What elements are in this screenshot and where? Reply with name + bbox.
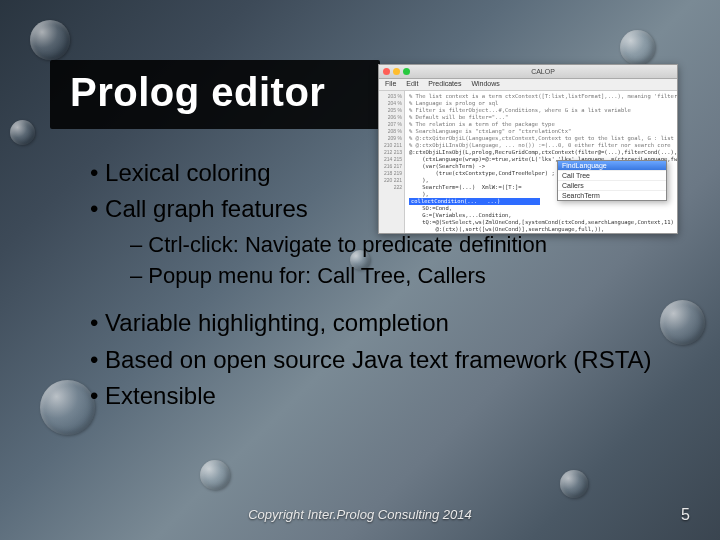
copyright-footer: Copyright Inter.Prolog Consulting 2014 bbox=[0, 507, 720, 522]
window-title: CALOP bbox=[413, 68, 673, 75]
bullet: Based on open source Java text framework… bbox=[90, 344, 660, 376]
popup-header: FindLanguage bbox=[558, 161, 666, 170]
menu-windows: Windows bbox=[471, 80, 499, 89]
editor-screenshot: CALOP File Edit Predicates Windows 203 %… bbox=[378, 64, 678, 234]
popup-item: SearchTerm bbox=[558, 190, 666, 200]
sub-bullet: Ctrl-click: Navigate to predicate defini… bbox=[130, 230, 660, 260]
context-popup: FindLanguage Call Tree Callers SearchTer… bbox=[557, 160, 667, 201]
line-gutter: 203 % 204 % 205 % 206 % 207 % 208 % 209 … bbox=[379, 91, 405, 233]
close-icon bbox=[383, 68, 390, 75]
highlighted-line: collectCondition(... ...) bbox=[409, 198, 540, 205]
slide-title: Prolog editor bbox=[70, 70, 360, 115]
window-titlebar: CALOP bbox=[379, 65, 677, 79]
page-number: 5 bbox=[681, 506, 690, 524]
popup-item: Callers bbox=[558, 180, 666, 190]
bullet: Extensible bbox=[90, 380, 660, 412]
popup-item: Call Tree bbox=[558, 170, 666, 180]
menu-predicates: Predicates bbox=[428, 80, 461, 89]
menubar: File Edit Predicates Windows bbox=[379, 79, 677, 91]
minimize-icon bbox=[393, 68, 400, 75]
menu-edit: Edit bbox=[406, 80, 418, 89]
menu-file: File bbox=[385, 80, 396, 89]
title-container: Prolog editor bbox=[50, 60, 380, 129]
zoom-icon bbox=[403, 68, 410, 75]
bullet: Variable highlighting, completion bbox=[90, 307, 660, 339]
sub-bullet: Popup menu for: Call Tree, Callers bbox=[130, 261, 660, 291]
slide: Prolog editor CALOP File Edit Predicates… bbox=[0, 0, 720, 540]
